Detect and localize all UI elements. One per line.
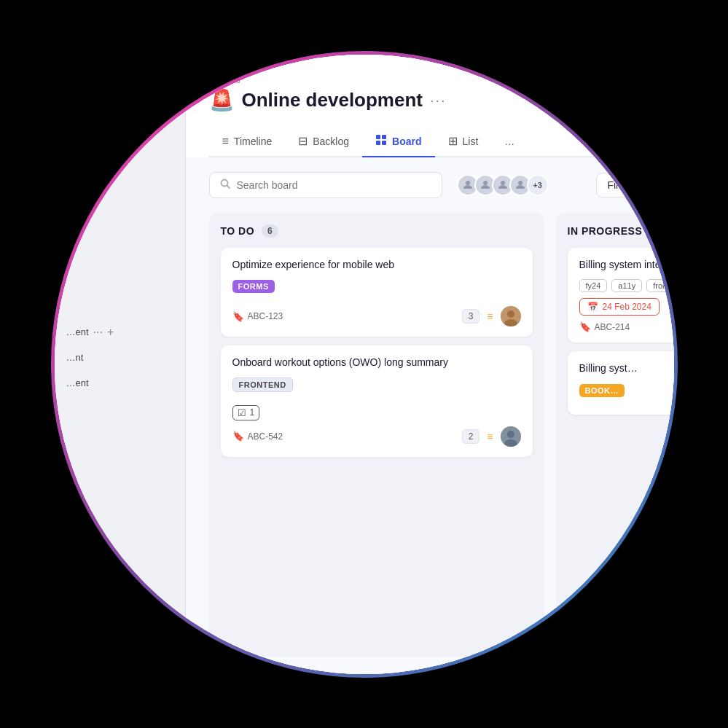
card-4[interactable]: Billing syst… BOOK… xyxy=(568,351,674,415)
card-3-id: 🔖 ABC-214 xyxy=(579,321,630,332)
card-1-footer: 🔖 ABC-123 3 ≡ xyxy=(232,306,521,326)
tab-board[interactable]: Board xyxy=(362,127,434,157)
card-3-date: 📅 24 Feb 2024 xyxy=(579,298,659,316)
card-3[interactable]: Billing system integ… fy24 a11y front 📅 … xyxy=(568,248,674,343)
toolbar: +3 Filter ▾ xyxy=(186,157,674,213)
tab-backlog-label: Backlog xyxy=(313,136,349,147)
main-content: Projects 🚨 Online development ··· ≡ Time… xyxy=(186,55,674,674)
filter-button[interactable]: Filter ▾ xyxy=(596,173,650,197)
column-inprogress: IN PROGRESS 2 Billing system integ… fy24… xyxy=(556,213,674,657)
board-area: TO DO 6 Optimize experience for mobile w… xyxy=(186,213,674,674)
pill-a11y: a11y xyxy=(611,279,642,292)
project-title: Online development xyxy=(242,89,423,111)
card-1-tag: FORMS xyxy=(232,280,275,293)
card-2-count: 2 xyxy=(462,429,480,444)
card-1[interactable]: Optimize experience for mobile web FORMS… xyxy=(221,248,533,337)
priority-icon-1: ≡ xyxy=(487,310,493,322)
column-todo-title: TO DO xyxy=(221,225,255,237)
backlog-icon: ⊟ xyxy=(298,134,308,148)
column-inprogress-title: IN PROGRESS xyxy=(568,225,643,237)
sidebar-item-label-1: …ent xyxy=(66,326,89,337)
card-1-title: Optimize experience for mobile web xyxy=(232,258,521,273)
list-icon: ⊞ xyxy=(448,134,458,148)
card-4-tag: BOOK… xyxy=(579,384,625,397)
tab-more[interactable]: … xyxy=(491,128,528,156)
pill-front: front xyxy=(646,279,673,292)
card-3-pills: fy24 a11y front xyxy=(579,279,674,292)
column-inprogress-header: IN PROGRESS 2 xyxy=(568,224,674,238)
card-3-id-text: ABC-214 xyxy=(595,322,630,332)
sidebar-item-plus-1[interactable]: + xyxy=(107,326,114,339)
avatar-count: +3 xyxy=(527,174,549,196)
sidebar-item-menu-1[interactable]: ··· xyxy=(93,326,103,339)
svg-point-9 xyxy=(518,181,522,185)
pill-fy24: fy24 xyxy=(579,279,608,292)
svg-point-8 xyxy=(501,181,505,185)
bookmark-icon-1: 🔖 xyxy=(232,311,244,322)
search-input[interactable] xyxy=(237,179,431,191)
svg-rect-1 xyxy=(382,135,386,139)
card-2-id: 🔖 ABC-542 xyxy=(232,431,283,442)
priority-icon-2: ≡ xyxy=(487,431,493,442)
card-2-title: Onboard workout options (OWO) long summa… xyxy=(232,356,521,370)
svg-point-11 xyxy=(507,310,514,318)
filter-chevron-icon: ▾ xyxy=(635,179,640,191)
tab-backlog[interactable]: ⊟ Backlog xyxy=(285,127,362,157)
svg-point-7 xyxy=(483,181,488,185)
board-icon xyxy=(375,134,387,149)
card-2-tag: FRONTEND xyxy=(232,377,293,392)
card-1-id-text: ABC-123 xyxy=(248,311,283,321)
tab-timeline[interactable]: ≡ Timeline xyxy=(209,128,286,157)
bookmark-icon-2: 🔖 xyxy=(232,431,244,442)
search-icon xyxy=(220,179,231,192)
avatars-row: +3 xyxy=(457,174,549,196)
card-2[interactable]: Onboard workout options (OWO) long summa… xyxy=(221,345,533,457)
tab-list[interactable]: ⊞ List xyxy=(435,127,492,157)
tab-timeline-label: Timeline xyxy=(234,136,272,147)
svg-rect-2 xyxy=(376,141,380,145)
checkbox-icon: ☑ xyxy=(238,407,246,418)
project-emoji: 🚨 xyxy=(209,88,235,112)
breadcrumb: Projects xyxy=(209,75,651,85)
project-title-row: 🚨 Online development ··· xyxy=(209,88,651,112)
search-box[interactable] xyxy=(209,172,442,198)
card-2-checkbox: ☑ 1 xyxy=(232,405,260,420)
tabs: ≡ Timeline ⊟ Backlog xyxy=(209,127,651,157)
svg-rect-0 xyxy=(376,135,380,139)
project-menu-button[interactable]: ··· xyxy=(430,92,447,109)
sidebar-chevron-1[interactable]: › xyxy=(55,128,185,151)
sidebar-item-ent[interactable]: …ent ··· + xyxy=(55,320,185,345)
column-todo: TO DO 6 Optimize experience for mobile w… xyxy=(209,213,544,657)
card-3-date-text: 24 Feb 2024 xyxy=(603,302,651,312)
timeline-icon: ≡ xyxy=(222,135,229,148)
svg-point-14 xyxy=(507,431,514,438)
tab-more-icon: … xyxy=(504,136,514,147)
sidebar-item-nt[interactable]: …nt xyxy=(55,345,185,370)
bookmark-icon-3: 🔖 xyxy=(579,321,591,332)
card-2-footer: 🔖 ABC-542 2 ≡ xyxy=(232,426,521,447)
card-2-checkbox-count: 1 xyxy=(250,407,255,418)
svg-point-4 xyxy=(221,179,227,186)
card-2-avatar xyxy=(501,426,521,447)
filter-label: Filter xyxy=(607,179,630,191)
svg-line-5 xyxy=(227,185,230,188)
card-1-avatar xyxy=(501,306,521,326)
card-1-id: 🔖 ABC-123 xyxy=(232,311,283,322)
card-2-id-text: ABC-542 xyxy=(248,431,283,442)
sidebar-chevron-2[interactable]: › xyxy=(55,151,185,174)
card-3-footer: 🔖 ABC-214 xyxy=(579,321,674,332)
svg-rect-3 xyxy=(382,141,386,145)
sidebar-item-ent2[interactable]: …ent xyxy=(55,370,185,396)
header: Projects 🚨 Online development ··· ≡ Time… xyxy=(186,55,674,157)
column-inprogress-count: 2 xyxy=(649,224,666,238)
tab-board-label: Board xyxy=(392,136,421,147)
tab-list-label: List xyxy=(463,136,479,147)
sidebar: › › …ent ··· + …nt …ent xyxy=(55,55,186,674)
card-3-title: Billing system integ… xyxy=(579,258,674,273)
calendar-icon: 📅 xyxy=(587,302,598,312)
column-todo-count: 6 xyxy=(262,224,278,238)
column-todo-header: TO DO 6 xyxy=(221,224,533,238)
svg-point-6 xyxy=(466,181,470,185)
card-1-count: 3 xyxy=(462,309,480,324)
card-4-title: Billing syst… xyxy=(579,361,674,376)
